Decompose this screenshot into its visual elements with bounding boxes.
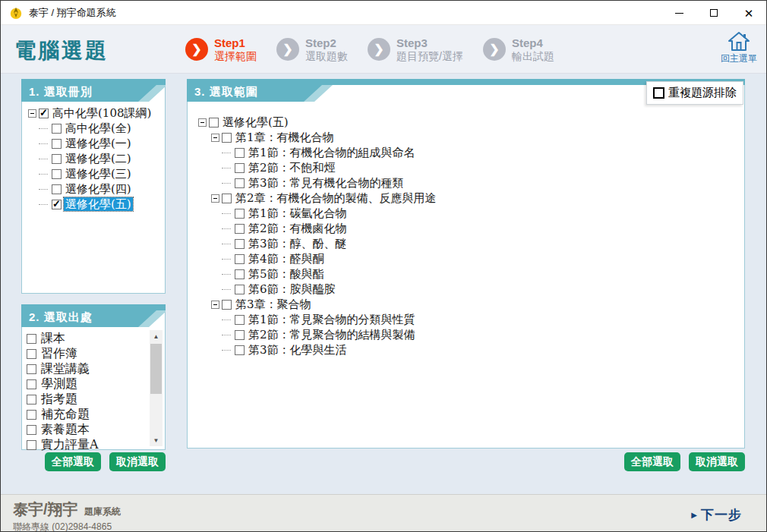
tree-checkbox[interactable] (39, 109, 49, 118)
scroll-up-icon[interactable]: ▲ (150, 330, 163, 342)
tree-item-label[interactable]: 第3章：聚合物 (234, 297, 313, 311)
tree-item-label[interactable]: 第2章：有機化合物的製備、反應與用途 (234, 191, 438, 205)
tree-row[interactable]: 第3章：聚合物 (197, 297, 740, 312)
tree-expander-icon[interactable] (224, 285, 232, 294)
source-deselect-button[interactable]: 取消選取 (109, 452, 166, 471)
tree-checkbox[interactable] (235, 148, 245, 158)
tree-expander-icon[interactable] (224, 149, 232, 157)
tree-row[interactable]: 第1節：碳氫化合物 (197, 206, 740, 221)
source-checkbox[interactable] (27, 334, 36, 344)
next-step-button[interactable]: ▶ 下一步 (691, 506, 742, 524)
tree-checkbox[interactable] (235, 315, 245, 325)
tree-item-label[interactable]: 第2節：有機鹵化物 (247, 222, 349, 235)
tree-item-label[interactable]: 選修化學(三) (64, 167, 133, 181)
tree-expander-icon[interactable] (41, 170, 49, 178)
source-checkbox[interactable] (27, 395, 36, 405)
tree-item-label[interactable]: 選修化學(五) (64, 197, 133, 211)
source-label[interactable]: 素養題本 (39, 423, 91, 436)
step-item[interactable]: ❯ Step3 題目預覽/選擇 (368, 36, 463, 63)
tree-checkbox[interactable] (235, 269, 245, 279)
source-item[interactable]: 習作簿 (27, 346, 147, 361)
tree-row[interactable]: 第1章：有機化合物 (197, 130, 740, 145)
tree-row[interactable]: 第3節：醇、酚、醚 (197, 236, 740, 251)
tree-expander-icon[interactable] (224, 331, 232, 339)
tree-row[interactable]: 第2節：不飽和烴 (197, 160, 740, 175)
tree-expander-icon[interactable] (41, 200, 49, 209)
source-label[interactable]: 課本 (39, 332, 67, 345)
tree-row[interactable]: 第5節：酸與酯 (197, 266, 740, 282)
tree-expander-icon[interactable] (41, 124, 49, 133)
tree-checkbox[interactable] (235, 209, 245, 219)
tree-row[interactable]: 第3節：化學與生活 (197, 342, 740, 357)
tree-row[interactable]: 第2節：有機鹵化物 (197, 221, 740, 236)
source-checkbox[interactable] (27, 364, 36, 374)
source-label[interactable]: 學測題 (39, 377, 79, 391)
tree-item-label[interactable]: 第6節：胺與醯胺 (247, 282, 337, 296)
tree-checkbox[interactable] (52, 154, 62, 164)
tree-item-label[interactable]: 第1節：有機化合物的組成與命名 (247, 146, 417, 159)
dedupe-checkbox[interactable] (653, 87, 664, 99)
source-item[interactable]: 補充命題 (27, 407, 147, 422)
source-checkbox[interactable] (27, 410, 36, 420)
source-item[interactable]: 指考題 (27, 392, 147, 407)
tree-expander-icon[interactable] (224, 316, 232, 324)
tree-item-label[interactable]: 選修化學(五) (221, 115, 290, 129)
source-label[interactable]: 習作簿 (39, 347, 79, 360)
tree-item-label[interactable]: 高中化學(108課綱) (51, 106, 153, 120)
tree-checkbox[interactable] (235, 239, 245, 249)
tree-checkbox[interactable] (235, 178, 245, 188)
tree-expander-icon[interactable] (224, 209, 232, 218)
tree-expander-icon[interactable] (224, 255, 232, 263)
tree-checkbox[interactable] (235, 345, 245, 355)
tree-item-label[interactable]: 第3節：化學與生活 (247, 343, 349, 357)
step-item[interactable]: ❯ Step1 選擇範圍 (185, 36, 257, 63)
tree-expander-icon[interactable] (198, 118, 207, 127)
source-item[interactable]: 課堂講義 (27, 361, 147, 376)
tree-row[interactable]: 第3節：常見有機化合物的種類 (197, 175, 740, 190)
tree-item-label[interactable]: 選修化學(二) (64, 152, 133, 165)
tree-checkbox[interactable] (222, 300, 232, 310)
tree-row[interactable]: 選修化學(五) (197, 115, 740, 130)
tree-checkbox[interactable] (235, 254, 245, 264)
tree-checkbox[interactable] (235, 224, 245, 234)
maximize-button[interactable] (696, 1, 731, 25)
tree-expander-icon[interactable] (211, 194, 219, 203)
tree-row[interactable]: 選修化學(二) (27, 151, 160, 166)
tree-row[interactable]: 選修化學(四) (27, 181, 160, 197)
source-scrollbar[interactable]: ▲ ▼ (150, 330, 163, 446)
tree-row[interactable]: 高中化學(全) (27, 121, 160, 136)
tree-expander-icon[interactable] (224, 225, 232, 233)
source-label[interactable]: 補充命題 (39, 408, 91, 421)
source-label[interactable]: 課堂講義 (39, 362, 91, 376)
tree-checkbox[interactable] (222, 133, 232, 143)
tree-row[interactable]: 選修化學(五) (27, 197, 160, 212)
tree-row[interactable]: 第1節：有機化合物的組成與命名 (197, 145, 740, 160)
tree-checkbox[interactable] (209, 118, 219, 127)
tree-expander-icon[interactable] (41, 185, 49, 194)
tree-item-label[interactable]: 第3節：常見有機化合物的種類 (247, 176, 406, 190)
tree-checkbox[interactable] (235, 330, 245, 340)
tree-row[interactable]: 第1節：常見聚合物的分類與性質 (197, 312, 740, 327)
tree-row[interactable]: 第2章：有機化合物的製備、反應與用途 (197, 190, 740, 206)
source-item[interactable]: 實力評量A (27, 437, 147, 452)
tree-item-label[interactable]: 第1節：碳氫化合物 (247, 206, 349, 220)
tree-checkbox[interactable] (52, 124, 62, 134)
scrollbar-thumb[interactable] (150, 344, 162, 394)
tree-checkbox[interactable] (222, 194, 232, 203)
tree-item-label[interactable]: 第1章：有機化合物 (234, 131, 336, 144)
tree-item-label[interactable]: 選修化學(四) (64, 182, 133, 196)
tree-item-label[interactable]: 第2節：常見聚合物的結構與製備 (247, 328, 417, 342)
step-item[interactable]: ❯ Step2 選取題數 (276, 36, 348, 63)
source-item[interactable]: 學測題 (27, 376, 147, 392)
source-label[interactable]: 指考題 (39, 392, 79, 406)
tree-row[interactable]: 高中化學(108課綱) (27, 105, 160, 121)
tree-checkbox[interactable] (235, 285, 245, 294)
source-checkbox[interactable] (27, 425, 36, 435)
source-item[interactable]: 課本 (27, 331, 147, 346)
tree-row[interactable]: 第4節：醛與酮 (197, 251, 740, 266)
home-button[interactable]: 回主選單 (718, 31, 760, 71)
tree-expander-icon[interactable] (41, 140, 49, 148)
tree-checkbox[interactable] (52, 184, 62, 194)
source-label[interactable]: 實力評量A (39, 438, 100, 452)
dedupe-option[interactable]: 重複題源排除 (646, 81, 743, 105)
